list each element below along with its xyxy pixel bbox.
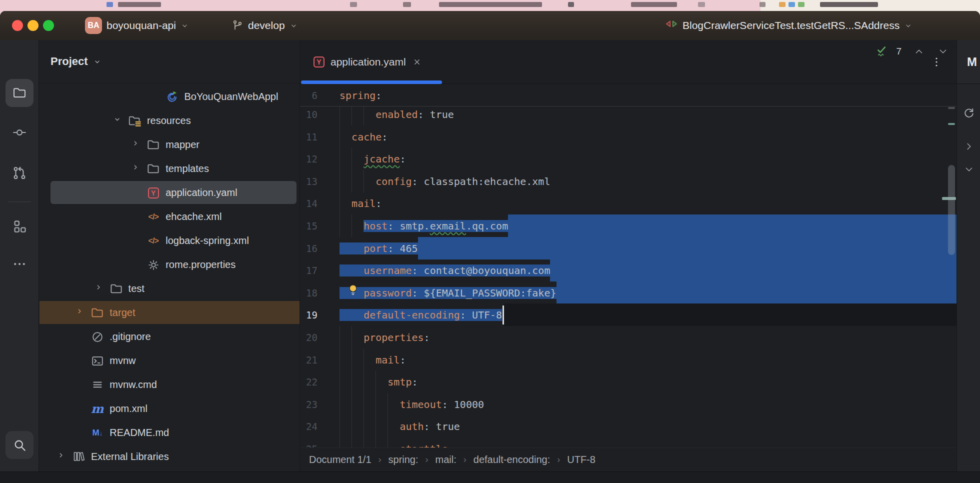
code-token: : (376, 90, 382, 102)
chevron-right-icon[interactable] (132, 139, 140, 150)
project-widget[interactable]: BA boyouquan-api (85, 11, 189, 40)
tree-item-label: mapper (166, 132, 200, 156)
tab-application-yaml[interactable]: Y application.yaml (301, 40, 431, 84)
chevron-up-icon[interactable] (914, 46, 924, 57)
zoom-window-button[interactable] (43, 20, 54, 31)
tree-item-application.yaml[interactable]: Yapplication.yaml (40, 180, 300, 204)
code-line-25: 25 starttls: (300, 438, 956, 448)
code-token: starttls (400, 443, 448, 448)
tree-item-ehcache.xml[interactable]: </>ehcache.xml (40, 204, 300, 228)
breadcrumb-item[interactable]: spring: (388, 454, 418, 466)
current-line-fill (504, 304, 956, 326)
tool-window-button-commit[interactable] (6, 118, 34, 146)
textfile-icon (91, 378, 104, 392)
breadcrumb-item[interactable]: default-encoding: (474, 454, 550, 466)
chevron-down-icon[interactable] (113, 115, 122, 126)
code-token: mail (352, 198, 376, 210)
vcs-branch-widget[interactable]: develop (232, 11, 298, 40)
chevron-down-icon[interactable] (938, 46, 948, 57)
code-token: : (460, 309, 472, 321)
stripe-mark[interactable] (948, 123, 955, 125)
tree-item-rome.properties[interactable]: rome.properties (40, 252, 300, 276)
tree-item-.gitignore[interactable]: .gitignore (40, 324, 300, 348)
project-panel-title: Project (50, 55, 88, 68)
selected-code: host: smtp.exmail.qq.com (364, 220, 508, 232)
breadcrumb-item[interactable]: mail: (436, 454, 456, 466)
indent-guide (364, 438, 364, 448)
chevron-down-icon[interactable] (962, 162, 976, 177)
tree-item-templates[interactable]: templates (40, 156, 300, 180)
tree-item-test[interactable]: test (40, 276, 300, 300)
background-app-fragment (106, 2, 113, 7)
chevron-right-icon[interactable] (94, 283, 103, 294)
selection-fill (556, 282, 957, 304)
background-app-fragment (788, 2, 795, 7)
indent-guide (352, 415, 352, 438)
code-token: : (418, 108, 430, 120)
code-line-13: 13 config: classpath:ehcache.xml (300, 170, 956, 192)
tool-window-button-project[interactable] (6, 79, 34, 107)
tree-item-pom.xml[interactable]: mpom.xml (40, 396, 300, 420)
refresh-icon[interactable] (962, 106, 976, 120)
chevron-right-icon[interactable] (132, 163, 140, 174)
line-content: config: classpath:ehcache.xml (322, 170, 956, 192)
chevron-right-icon[interactable] (76, 307, 84, 318)
line-content: properties: (322, 326, 956, 348)
inspections-widget[interactable]: 7 (876, 40, 948, 62)
line-content: port: 465 (322, 237, 956, 260)
indent-guide (340, 192, 340, 214)
close-icon[interactable] (412, 57, 422, 67)
tool-window-button-search[interactable] (6, 431, 34, 459)
inspection-count: 7 (896, 46, 902, 57)
tree-item-README.md[interactable]: M↓README.md (40, 420, 300, 444)
breadcrumb-item[interactable]: UTF-8 (567, 454, 596, 466)
run-configuration-widget[interactable]: BlogCrawlerServiceTest.testGetRS...SAddr… (665, 11, 912, 40)
commit-icon (12, 125, 27, 140)
tree-item-mvnw[interactable]: mvnw (40, 348, 300, 372)
code-area: 10 enabled: true11 cache:12 jcache:13 co… (300, 84, 956, 448)
minimize-window-button[interactable] (28, 20, 38, 31)
tree-item-mvnw.cmd[interactable]: mvnw.cmd (40, 372, 300, 396)
code-line-21: 21 mail: (300, 348, 956, 371)
tree-item-BoYouQuanWebAppl[interactable]: BoYouQuanWebAppl (40, 84, 300, 108)
editor-tab-bar: Y application.yaml (300, 40, 956, 84)
code-token: true (430, 108, 454, 120)
tool-window-button-more[interactable] (6, 250, 34, 278)
more-icon (12, 256, 27, 272)
line-number: 24 (300, 415, 322, 438)
tree-item-target[interactable]: target (40, 300, 300, 324)
line-number: 13 (300, 170, 322, 192)
spring-boot-icon (166, 90, 179, 104)
tree-item-label: pom.xml (110, 396, 148, 420)
editor-scrollbar[interactable] (948, 165, 955, 255)
tree-item-logback-spring.xml[interactable]: </>logback-spring.xml (40, 228, 300, 252)
indent-guide (340, 214, 340, 237)
code-line-19: 19 default-encoding: UTF-8 (300, 304, 956, 326)
close-window-button[interactable] (12, 20, 23, 31)
tree-item-label: test (128, 276, 144, 300)
selection-fill (418, 237, 956, 260)
right-panel-tab[interactable]: M (957, 40, 980, 84)
breadcrumb-item[interactable]: Document 1/1 (309, 454, 372, 466)
indent-guide (364, 393, 364, 416)
tree-item-resources[interactable]: resources (40, 108, 300, 132)
xml-file-icon: </> (148, 236, 158, 246)
tab-label: application.yaml (330, 56, 406, 68)
line-content: jcache: (322, 148, 956, 170)
tree-item-label: .gitignore (110, 324, 150, 348)
tool-window-button-structure[interactable] (6, 212, 34, 240)
code-line-22: 22 smtp: (300, 370, 956, 393)
tree-item-External-Libraries[interactable]: External Libraries (40, 444, 300, 468)
project-avatar: BA (85, 17, 102, 34)
project-panel-header[interactable]: Project (40, 40, 300, 84)
git-branch-icon (232, 20, 244, 32)
code-line-16: 16 port: 465 (300, 237, 956, 260)
chevron-right-icon[interactable] (57, 451, 66, 462)
stripe-mark[interactable] (948, 107, 955, 109)
chevron-right-icon[interactable] (962, 139, 976, 154)
code-line-18: 18 password: ${EMAIL_PASSWORD:fake} (300, 282, 956, 304)
tree-item-mapper[interactable]: mapper (40, 132, 300, 156)
tool-window-button-pull-requests[interactable] (6, 159, 34, 187)
code-token: config (376, 176, 412, 188)
intention-bulb-icon[interactable] (348, 284, 358, 298)
